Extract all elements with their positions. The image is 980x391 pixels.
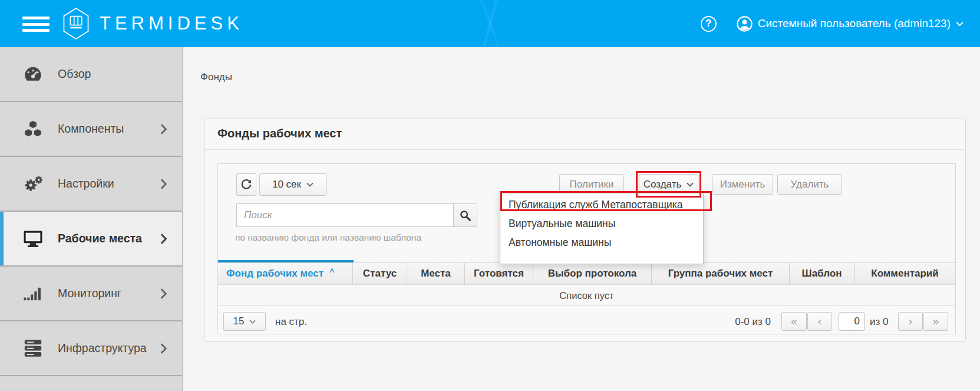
search-button[interactable] [453,203,477,227]
column-header-label: Готовятся [474,268,524,280]
help-glyph: ? [705,18,711,29]
delete-button-label: Удалить [791,179,829,190]
column-header-label: Статус [363,268,397,280]
create-button[interactable]: Создать [639,174,698,195]
search-hint: по названию фонда или названию шаблона [228,232,428,243]
user-menu[interactable]: Системный пользователь (admin123) [737,16,963,32]
column-header-label: Места [421,268,451,280]
create-button-label: Создать [644,179,682,190]
column-header-comment[interactable]: Комментарий [854,263,955,284]
sidebar-item-workplaces[interactable]: Рабочие места [0,212,182,267]
column-header-label: Шаблон [802,268,842,280]
refresh-icon [241,179,252,190]
sidebar-item-infrastructure[interactable]: Инфраструктура [0,321,182,376]
sidebar-item-label: Компоненты [58,122,124,136]
sidebar-item-label: Инфраструктура [58,341,147,355]
prev-page-button[interactable]: ‹ [807,312,832,331]
dashboard-icon [22,65,44,83]
topbar-right: ? Системный пользователь (admin123) [701,0,963,47]
hamburger-menu-button[interactable] [22,17,50,32]
help-button[interactable]: ? [701,16,717,32]
gears-icon [22,175,44,193]
column-header-label: Комментарий [871,268,938,280]
policies-button[interactable]: Политики [559,174,624,195]
chevron-right-icon [160,343,167,354]
create-dropdown-menu: Публикация служб Метапоставщика Виртуаль… [500,193,704,264]
server-icon [22,339,44,357]
column-header-label: Выбор протокола [548,268,636,280]
pools-card: Фонды рабочих мест 10 сек [204,119,966,342]
column-header-protocol[interactable]: Выбор протокола [533,263,652,284]
page-of-label: из 0 [870,316,888,328]
column-header-label: Группа рабочих мест [668,268,773,280]
column-header-label: Фонд рабочих мест [226,268,324,280]
column-header-preparing[interactable]: Готовятся [465,263,533,284]
page-size-value: 15 [233,316,245,327]
sidebar-item-label: Рабочие места [58,232,142,245]
table-header-row: Фонд рабочих мест ^ Статус Места Готовят… [218,262,955,285]
empty-list-message: Список пуст [218,285,955,305]
pools-panel: 10 сек по названию фонда или названию ша… [217,163,956,334]
sidebar-item-label: Мониторинг [58,287,121,300]
menu-item-metaprovider-publication[interactable]: Публикация служб Метапоставщика [500,195,703,214]
hamburger-bar [22,17,50,19]
first-page-button[interactable]: « [781,312,807,331]
menu-item-standalone-machines[interactable]: Автономные машины [500,233,703,252]
breadcrumb[interactable]: Фонды [200,71,232,83]
menu-item-virtual-machines[interactable]: Виртуальные машины [500,214,703,233]
top-header: TERMIDESK ? Системный пользователь (admi… [0,0,980,47]
last-page-icon: » [933,315,939,328]
prev-page-icon: ‹ [818,315,821,328]
edit-button[interactable]: Изменить [712,174,773,195]
refresh-button[interactable] [236,173,256,196]
hamburger-bar [22,29,50,32]
page-title: Фонды рабочих мест [217,127,342,140]
delete-button[interactable]: Удалить [777,174,842,195]
column-header-group[interactable]: Группа рабочих мест [652,263,790,284]
chevron-right-icon [160,288,167,299]
user-avatar-icon [737,16,753,32]
search-icon [460,210,471,221]
search-input[interactable] [236,203,454,227]
sidebar: Обзор Компоненты [0,47,183,391]
cubes-icon [22,120,44,138]
sidebar-item-settings[interactable]: Настройки [0,157,182,212]
sidebar-item-monitoring[interactable]: Мониторинг [0,267,182,321]
refresh-interval-select[interactable]: 10 сек [259,173,326,196]
card-divider [204,149,965,150]
edit-button-label: Изменить [720,179,765,190]
termidesk-admin-page: TERMIDESK ? Системный пользователь (admi… [0,0,980,391]
pagination-bar: 15 на стр. 0-0 из 0 « ‹ из 0 › » [218,305,955,334]
column-header-seats[interactable]: Места [407,263,465,284]
chevron-right-icon [160,124,167,134]
next-page-icon: › [909,315,912,328]
chevron-down-icon [956,21,963,27]
refresh-interval-value: 10 сек [272,179,301,190]
first-page-icon: « [791,315,797,328]
chevron-down-icon [249,320,256,324]
brand-name: TERMIDESK [100,13,243,34]
chevron-down-icon [306,182,314,187]
last-page-button[interactable]: » [923,312,948,331]
sorted-column-indicator-bar [218,260,354,262]
sort-asc-icon: ^ [329,267,334,277]
per-page-label: на стр. [275,316,307,328]
app-logo[interactable]: TERMIDESK [62,8,243,40]
page-size-select[interactable]: 15 [223,312,266,331]
sidebar-item-overview[interactable]: Обзор [0,47,182,102]
page-number-input[interactable] [839,312,865,331]
chevron-down-icon [687,182,694,187]
sidebar-item-components[interactable]: Компоненты [0,102,182,157]
column-header-pool[interactable]: Фонд рабочих мест ^ [218,263,353,284]
range-label: 0-0 из 0 [712,316,771,328]
next-page-button[interactable]: › [898,312,923,331]
column-header-template[interactable]: Шаблон [790,263,854,284]
column-header-status[interactable]: Статус [353,263,407,284]
logo-hexagon-icon [62,8,90,40]
sidebar-item-label: Настройки [58,177,114,190]
policies-button-label: Политики [570,179,614,190]
user-name: Системный пользователь (admin123) [758,17,951,30]
sidebar-item-label: Обзор [58,67,91,81]
monitor-icon [22,229,44,248]
chevron-right-icon [160,179,167,189]
